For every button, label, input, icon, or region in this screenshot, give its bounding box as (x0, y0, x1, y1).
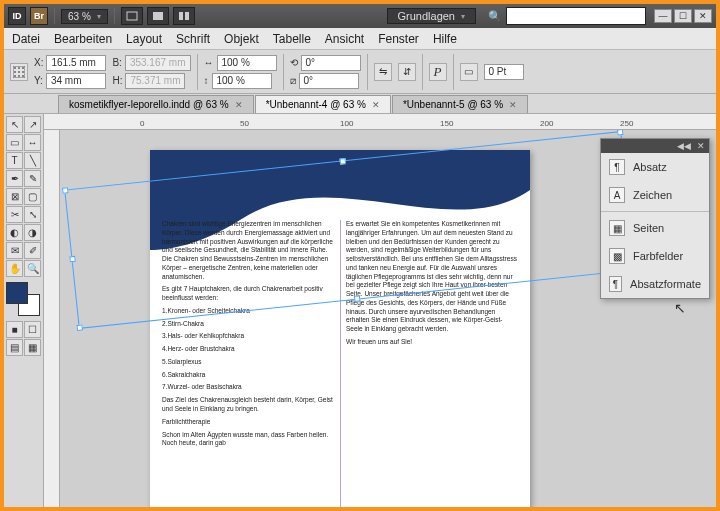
selection-tool[interactable]: ↖ (6, 116, 23, 133)
scale-y-icon: ↕ (204, 75, 209, 86)
floating-panel[interactable]: ◀◀✕ ¶Absatz AZeichen ▦Seiten ▩Farbfelder… (600, 138, 710, 299)
gap-tool[interactable]: ↔ (24, 134, 41, 151)
line-tool[interactable]: ╲ (24, 152, 41, 169)
flip-v-icon[interactable]: ⇵ (398, 63, 416, 81)
character-icon: A (609, 187, 625, 203)
workspace-switcher[interactable]: Grundlagen (387, 8, 477, 24)
pencil-tool[interactable]: ✎ (24, 170, 41, 187)
panel-header[interactable]: ◀◀✕ (601, 139, 709, 153)
scale-x-field[interactable]: 100 % (217, 55, 277, 71)
direct-selection-tool[interactable]: ↗ (24, 116, 41, 133)
bridge-icon[interactable]: Br (30, 7, 48, 25)
view-options-icon[interactable] (121, 7, 143, 25)
tab-kosmetikflyer[interactable]: kosmetikflyer-leporello.indd @ 63 %✕ (58, 95, 254, 113)
menu-fenster[interactable]: Fenster (378, 32, 419, 46)
page-tool[interactable]: ▭ (6, 134, 23, 151)
panel-item-seiten[interactable]: ▦Seiten (601, 214, 709, 242)
paragraph-styles-icon: ¶ (609, 276, 622, 292)
menu-hilfe[interactable]: Hilfe (433, 32, 457, 46)
panel-item-absatz[interactable]: ¶Absatz (601, 153, 709, 181)
close-icon[interactable]: ✕ (509, 100, 517, 110)
document-page: Chakren sind wichtige Energiezentren im … (150, 150, 530, 507)
shear-field[interactable]: 0° (299, 73, 359, 89)
y-label: Y: (34, 75, 43, 86)
svg-point-11 (14, 75, 16, 77)
minimize-button[interactable]: — (654, 9, 672, 23)
preview-icon[interactable]: ▦ (24, 339, 41, 356)
menu-schrift[interactable]: Schrift (176, 32, 210, 46)
menu-datei[interactable]: Datei (12, 32, 40, 46)
menu-ansicht[interactable]: Ansicht (325, 32, 364, 46)
panel-item-absatzformate[interactable]: ¶Absatzformate (601, 270, 709, 298)
svg-point-6 (18, 67, 20, 69)
flip-h-icon[interactable]: ⇋ (374, 63, 392, 81)
menu-tabelle[interactable]: Tabelle (273, 32, 311, 46)
toolbox: ↖↗ ▭↔ T╲ ✒✎ ⊠▢ ✂⤡ ◐◑ ✉✐ ✋🔍 ■☐ ▤▦ (4, 114, 44, 507)
height-field[interactable]: 75.371 mm (125, 73, 185, 89)
scale-y-field[interactable]: 100 % (212, 73, 272, 89)
screen-mode-icon[interactable] (147, 7, 169, 25)
scissors-tool[interactable]: ✂ (6, 206, 23, 223)
hand-tool[interactable]: ✋ (6, 260, 23, 277)
stroke-icon[interactable]: ▭ (460, 63, 478, 81)
search-icon: 🔍 (488, 10, 502, 23)
svg-rect-2 (179, 12, 183, 20)
menu-objekt[interactable]: Objekt (224, 32, 259, 46)
panel-item-farbfelder[interactable]: ▩Farbfelder (601, 242, 709, 270)
y-field[interactable]: 34 mm (46, 73, 106, 89)
shear-icon: ⧄ (290, 75, 296, 87)
panel-item-zeichen[interactable]: AZeichen (601, 181, 709, 209)
tab-unbenannt-4[interactable]: *Unbenannt-4 @ 63 %✕ (255, 95, 391, 113)
close-button[interactable]: ✕ (694, 9, 712, 23)
pathfinder-icon[interactable]: P (429, 63, 447, 81)
svg-rect-0 (127, 12, 137, 20)
gradient-swatch-tool[interactable]: ◐ (6, 224, 23, 241)
paragraph-icon: ¶ (609, 159, 625, 175)
close-icon[interactable]: ✕ (372, 100, 380, 110)
color-swatch[interactable] (6, 282, 40, 316)
width-field[interactable]: 353.167 mm (125, 55, 191, 71)
arrange-icon[interactable] (173, 7, 195, 25)
collapse-icon[interactable]: ◀◀ (677, 141, 691, 151)
zoom-tool[interactable]: 🔍 (24, 260, 41, 277)
eyedropper-tool[interactable]: ✐ (24, 242, 41, 259)
text-column-1: Chakren sind wichtige Energiezentren im … (162, 220, 334, 507)
svg-rect-1 (153, 12, 163, 20)
zoom-dropdown[interactable]: 63 % (61, 9, 108, 24)
search-input[interactable] (506, 7, 646, 25)
gradient-feather-tool[interactable]: ◑ (24, 224, 41, 241)
rectangle-tool[interactable]: ▢ (24, 188, 41, 205)
x-field[interactable]: 161.5 mm (46, 55, 106, 71)
rotate-field[interactable]: 0° (301, 55, 361, 71)
note-tool[interactable]: ✉ (6, 242, 23, 259)
app-logo: ID (8, 7, 26, 25)
reference-point-icon[interactable] (10, 63, 28, 81)
w-label: B: (112, 57, 121, 68)
close-icon[interactable]: ✕ (235, 100, 243, 110)
tab-unbenannt-5[interactable]: *Unbenannt-5 @ 63 %✕ (392, 95, 528, 113)
panel-close-icon[interactable]: ✕ (697, 141, 705, 151)
h-label: H: (112, 75, 122, 86)
pen-tool[interactable]: ✒ (6, 170, 23, 187)
pages-icon: ▦ (609, 220, 625, 236)
menu-bearbeiten[interactable]: Bearbeiten (54, 32, 112, 46)
rectangle-frame-tool[interactable]: ⊠ (6, 188, 23, 205)
control-bar: X:161.5 mm Y:34 mm B:353.167 mm H:75.371… (4, 50, 716, 94)
type-tool[interactable]: T (6, 152, 23, 169)
svg-point-13 (22, 75, 24, 77)
scale-x-icon: ↔ (204, 57, 214, 68)
apply-none-icon[interactable]: ☐ (24, 321, 41, 338)
apply-color-icon[interactable]: ■ (6, 321, 23, 338)
cursor-icon: ↖ (674, 300, 686, 316)
menu-layout[interactable]: Layout (126, 32, 162, 46)
title-bar: ID Br 63 % Grundlagen 🔍 — ☐ ✕ (4, 4, 716, 28)
normal-view-icon[interactable]: ▤ (6, 339, 23, 356)
svg-point-10 (22, 71, 24, 73)
document-tabs: kosmetikflyer-leporello.indd @ 63 %✕ *Un… (4, 94, 716, 114)
free-transform-tool[interactable]: ⤡ (24, 206, 41, 223)
svg-point-7 (22, 67, 24, 69)
maximize-button[interactable]: ☐ (674, 9, 692, 23)
swatches-icon: ▩ (609, 248, 625, 264)
stroke-weight-field[interactable]: 0 Pt (484, 64, 524, 80)
svg-rect-3 (185, 12, 189, 20)
